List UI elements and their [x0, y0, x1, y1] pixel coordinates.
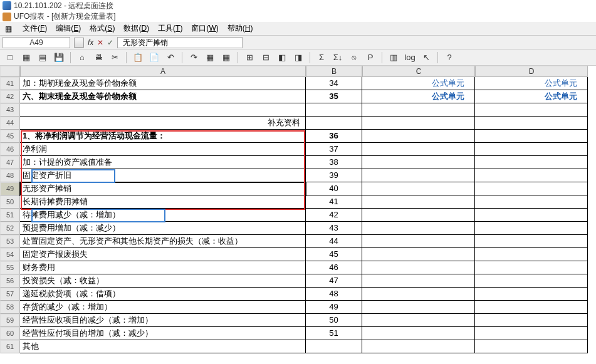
cell-c43[interactable] — [362, 103, 475, 117]
toolbar-btn-15[interactable]: ◧ — [276, 51, 288, 64]
cell-b52[interactable]: 43 — [306, 222, 362, 235]
cell-d54[interactable] — [475, 248, 588, 261]
toolbar-btn-3[interactable]: 💾 — [53, 51, 65, 64]
cell-d45[interactable] — [475, 130, 588, 143]
cell-c42[interactable]: 公式单元 — [362, 90, 475, 103]
row-header-52[interactable]: 52 — [0, 222, 20, 235]
col-header-b[interactable]: B — [306, 66, 362, 77]
app-menu-icon[interactable]: ▦ — [5, 24, 14, 33]
toolbar-btn-8[interactable]: 📄 — [148, 51, 160, 64]
cell-b49[interactable]: 40 — [306, 182, 362, 195]
cell-b41[interactable]: 34 — [306, 77, 362, 90]
cell-a54[interactable]: 固定资产报废损失 — [20, 248, 306, 261]
cell-b44[interactable] — [306, 117, 362, 130]
cell-d44[interactable] — [475, 117, 588, 130]
cell-c48[interactable] — [362, 169, 475, 182]
cell-d43[interactable] — [475, 103, 588, 117]
menu-h[interactable]: 帮助(H) — [227, 23, 253, 34]
cell-d56[interactable] — [475, 274, 588, 288]
cell-b42[interactable]: 35 — [306, 90, 362, 103]
toolbar-btn-6[interactable]: ✂ — [108, 51, 121, 64]
cell-c50[interactable] — [362, 195, 475, 209]
toolbar-btn-7[interactable]: 📋 — [132, 51, 144, 64]
toolbar-btn-10[interactable]: ↷ — [187, 51, 200, 64]
cell-d42[interactable]: 公式单元 — [475, 90, 588, 103]
cell-d57[interactable] — [475, 288, 588, 301]
row-header-47[interactable]: 47 — [0, 156, 20, 169]
row-header-55[interactable]: 55 — [0, 261, 20, 274]
spreadsheet-grid[interactable]: A B C D 41 加：期初现金及现金等价物余额 34 公式单元 公式单元 4… — [0, 66, 596, 364]
cell-a47[interactable]: 加：计提的资产减值准备 — [20, 156, 306, 169]
cell-c55[interactable] — [362, 261, 475, 274]
row-header-49[interactable]: 49 — [0, 182, 20, 195]
cell-d41[interactable]: 公式单元 — [475, 77, 588, 90]
cell-c47[interactable] — [362, 156, 475, 169]
cell-c54[interactable] — [362, 248, 475, 261]
cell-a56[interactable]: 投资损失（减：收益） — [20, 274, 306, 288]
menu-s[interactable]: 格式(S) — [90, 23, 115, 34]
cell-c52[interactable] — [362, 222, 475, 235]
toolbar-btn-23[interactable]: ↖ — [420, 51, 432, 64]
cell-d47[interactable] — [475, 156, 588, 169]
cell-c49[interactable] — [362, 182, 475, 195]
row-header-50[interactable]: 50 — [0, 195, 20, 209]
cell-b58[interactable]: 49 — [306, 301, 362, 314]
row-header-44[interactable]: 44 — [0, 117, 20, 130]
cell-a44[interactable]: 补充资料 — [20, 117, 306, 130]
row-header-42[interactable]: 42 — [0, 90, 20, 103]
cell-c45[interactable] — [362, 130, 475, 143]
fx-icon[interactable]: fx — [88, 38, 93, 47]
cell-c60[interactable] — [362, 327, 475, 340]
col-header-a[interactable]: A — [20, 66, 306, 77]
cell-b51[interactable]: 42 — [306, 209, 362, 222]
menu-d[interactable]: 数据(D) — [123, 23, 149, 34]
cell-b60[interactable]: 51 — [306, 327, 362, 340]
cell-c58[interactable] — [362, 301, 475, 314]
cell-c56[interactable] — [362, 274, 475, 288]
cell-b61[interactable] — [306, 340, 362, 353]
toolbar-btn-13[interactable]: ⊞ — [243, 51, 256, 64]
row-header-58[interactable]: 58 — [0, 301, 20, 314]
toolbar-btn-9[interactable]: ↶ — [164, 51, 177, 64]
toolbar-btn-12[interactable]: ▦ — [220, 51, 233, 64]
cell-a53[interactable]: 处置固定资产、无形资产和其他长期资产的损失（减：收益） — [20, 235, 306, 248]
cell-a49[interactable]: 无形资产摊销 — [20, 182, 306, 195]
cell-b54[interactable]: 45 — [306, 248, 362, 261]
cell-d48[interactable] — [475, 169, 588, 182]
cell-b47[interactable]: 38 — [306, 156, 362, 169]
cell-c53[interactable] — [362, 235, 475, 248]
toolbar-btn-14[interactable]: ⊟ — [259, 51, 272, 64]
cell-a41[interactable]: 加：期初现金及现金等价物余额 — [20, 77, 306, 90]
toolbar-btn-22[interactable]: log — [404, 51, 416, 64]
cell-a61[interactable]: 其他 — [20, 340, 306, 353]
toolbar-btn-21[interactable]: ▥ — [387, 51, 400, 64]
cell-a45[interactable]: 1、将净利润调节为经营活动现金流量： — [20, 130, 306, 143]
toolbar-btn-17[interactable]: Σ — [315, 51, 328, 64]
name-dropdown[interactable] — [74, 38, 84, 48]
cell-d55[interactable] — [475, 261, 588, 274]
cell-a55[interactable]: 财务费用 — [20, 261, 306, 274]
cell-a42[interactable]: 六、期末现金及现金等价物余额 — [20, 90, 306, 103]
col-header-c[interactable]: C — [362, 66, 475, 77]
cell-b48[interactable]: 39 — [306, 169, 362, 182]
toolbar-btn-4[interactable]: ⌂ — [76, 51, 88, 64]
confirm-icon[interactable]: ✓ — [107, 38, 113, 47]
toolbar-btn-20[interactable]: P — [364, 51, 377, 64]
cell-d51[interactable] — [475, 209, 588, 222]
row-header-57[interactable]: 57 — [0, 288, 20, 301]
cell-b46[interactable]: 37 — [306, 143, 362, 156]
row-header-46[interactable]: 46 — [0, 143, 20, 156]
cell-d50[interactable] — [475, 195, 588, 209]
toolbar-btn-0[interactable]: □ — [4, 51, 16, 64]
cell-b53[interactable]: 44 — [306, 235, 362, 248]
menu-e[interactable]: 编辑(E) — [56, 23, 81, 34]
toolbar-btn-19[interactable]: ⍉ — [348, 51, 360, 64]
cell-c44[interactable] — [362, 117, 475, 130]
cell-d61[interactable] — [475, 340, 588, 353]
cell-c57[interactable] — [362, 288, 475, 301]
cell-a58[interactable]: 存货的减少（减：增加） — [20, 301, 306, 314]
cell-b55[interactable]: 46 — [306, 261, 362, 274]
cell-a59[interactable]: 经营性应收项目的减少（减：增加） — [20, 314, 306, 327]
cell-c61[interactable] — [362, 340, 475, 353]
cell-d52[interactable] — [475, 222, 588, 235]
